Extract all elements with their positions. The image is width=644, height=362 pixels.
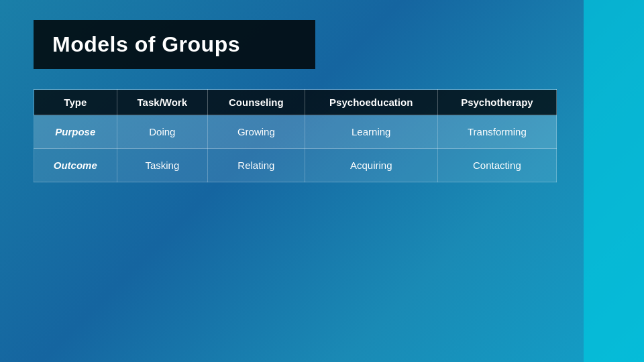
right-accent-decoration (584, 0, 644, 362)
table-header-row: Type Task/Work Counseling Psychoeducatio… (34, 90, 557, 115)
col-header-type: Type (34, 90, 117, 115)
purpose-task-work: Doing (117, 115, 208, 149)
col-header-task-work: Task/Work (117, 90, 208, 115)
col-header-psychotherapy: Psychotherapy (437, 90, 556, 115)
purpose-psychotherapy: Transforming (437, 115, 556, 149)
outcome-psychotherapy: Contacting (437, 149, 556, 182)
purpose-psychoeducation: Learning (305, 115, 437, 149)
col-header-psychoeducation: Psychoeducation (305, 90, 437, 115)
outcome-task-work: Tasking (117, 149, 208, 182)
main-container: Models of Groups Type Task/Work Counseli… (0, 0, 584, 202)
table-row: Purpose Doing Growing Learning Transform… (34, 115, 557, 149)
title-bar: Models of Groups (34, 20, 315, 69)
row-label-outcome: Outcome (34, 149, 117, 182)
table-row: Outcome Tasking Relating Acquiring Conta… (34, 149, 557, 182)
models-table: Type Task/Work Counseling Psychoeducatio… (34, 89, 557, 182)
outcome-counseling: Relating (208, 149, 305, 182)
row-label-purpose: Purpose (34, 115, 117, 149)
purpose-counseling: Growing (208, 115, 305, 149)
col-header-counseling: Counseling (208, 90, 305, 115)
outcome-psychoeducation: Acquiring (305, 149, 437, 182)
page-title: Models of Groups (52, 32, 240, 56)
